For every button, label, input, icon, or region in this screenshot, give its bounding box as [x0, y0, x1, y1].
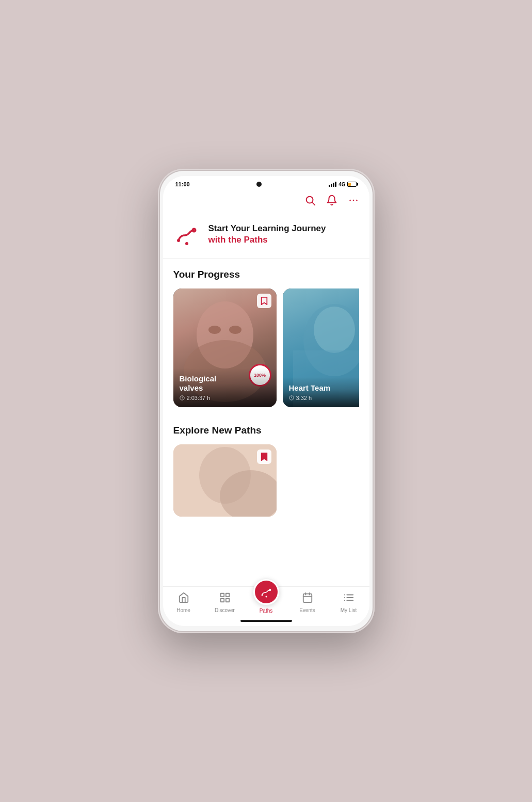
card-biological-valves[interactable]: 100% Biologicalvalves 2:03:37 h	[173, 288, 277, 407]
phone-frame: 11:00 4G	[158, 169, 375, 633]
nav-item-home[interactable]: Home	[163, 592, 204, 613]
svg-line-1	[312, 202, 315, 205]
explore-cards-row	[173, 444, 359, 519]
svg-rect-22	[220, 598, 223, 601]
phone-screen: 11:00 4G	[163, 176, 369, 626]
svg-point-24	[261, 595, 263, 596]
progress-section: Your Progress	[163, 259, 369, 414]
paths-logo-icon	[173, 221, 200, 248]
search-button[interactable]	[304, 195, 316, 208]
events-icon	[302, 592, 313, 606]
svg-point-7	[185, 242, 188, 245]
nav-label-paths: Paths	[260, 608, 273, 614]
home-indicator	[163, 616, 369, 626]
svg-rect-23	[225, 598, 229, 601]
nav-item-events[interactable]: Events	[287, 592, 328, 613]
main-scroll-content: Your Progress	[163, 259, 369, 586]
svg-point-5	[177, 239, 180, 242]
notifications-button[interactable]	[326, 195, 337, 208]
card-heart-team[interactable]: Heart Team 3:32 h	[283, 288, 359, 407]
explore-card-1[interactable]	[173, 444, 277, 517]
svg-point-4	[356, 200, 358, 201]
signal-bars	[329, 182, 336, 187]
card-overlay-heart: Heart Team 3:32 h	[283, 377, 359, 407]
nav-label-mylist: My List	[341, 607, 357, 613]
explore-section: Explore New Paths	[163, 414, 369, 524]
nav-item-mylist[interactable]: My List	[328, 592, 369, 613]
battery-icon	[347, 182, 357, 187]
card-overlay-biological: Biologicalvalves 2:03:37 h	[173, 368, 277, 407]
home-icon	[178, 592, 189, 606]
explore-section-title: Explore New Paths	[173, 425, 359, 436]
mylist-icon	[343, 592, 354, 606]
nav-label-discover: Discover	[215, 607, 235, 613]
paths-nav-container	[253, 579, 280, 605]
svg-point-2	[349, 200, 351, 201]
camera-notch	[256, 182, 262, 187]
more-options-button[interactable]	[348, 195, 359, 208]
app-header	[163, 190, 369, 213]
status-time: 11:00	[175, 181, 190, 187]
nav-label-events: Events	[299, 607, 315, 613]
svg-point-14	[314, 307, 355, 353]
discover-icon	[219, 592, 231, 606]
home-bar	[240, 620, 292, 622]
network-type: 4G	[338, 182, 345, 187]
bookmark-icon-explore[interactable]	[257, 450, 271, 464]
card-duration-biological: 2:03:37 h	[180, 395, 270, 401]
svg-point-26	[265, 596, 267, 598]
nav-label-home: Home	[176, 607, 190, 613]
svg-rect-21	[225, 593, 229, 596]
card-title-heart: Heart Team	[289, 383, 359, 393]
svg-point-10	[208, 326, 221, 334]
banner-text: Start Your Learning Journey with the Pat…	[208, 223, 326, 246]
bottom-nav: Home Discover	[163, 586, 369, 616]
progress-cards-row: 100% Biologicalvalves 2:03:37 h	[173, 288, 359, 409]
progress-section-title: Your Progress	[173, 269, 359, 280]
svg-point-3	[352, 200, 354, 201]
bookmark-icon-biological[interactable]	[257, 294, 271, 308]
svg-rect-27	[303, 594, 312, 602]
nav-item-paths[interactable]: Paths	[246, 591, 287, 614]
card-title-biological: Biologicalvalves	[180, 374, 270, 393]
svg-rect-20	[220, 593, 223, 596]
status-bar: 11:00 4G	[163, 176, 369, 190]
nav-item-discover[interactable]: Discover	[204, 592, 246, 613]
svg-point-11	[229, 326, 241, 334]
status-icons: 4G	[329, 182, 357, 187]
learning-journey-banner[interactable]: Start Your Learning Journey with the Pat…	[163, 213, 369, 259]
card-duration-heart: 3:32 h	[289, 395, 359, 401]
paths-nav-inner	[255, 581, 278, 603]
